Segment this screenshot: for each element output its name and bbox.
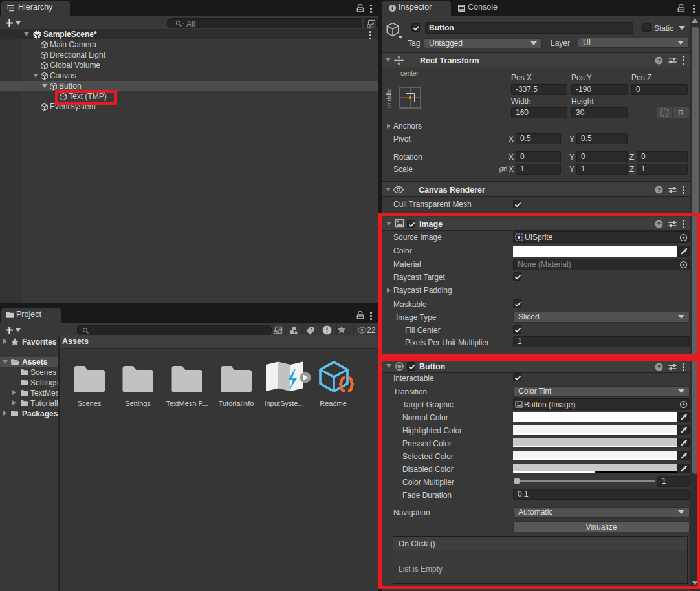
svg-text:?: ?: [657, 58, 661, 64]
svg-text:?: ?: [657, 187, 661, 193]
svg-text:middle: middle: [386, 89, 393, 108]
